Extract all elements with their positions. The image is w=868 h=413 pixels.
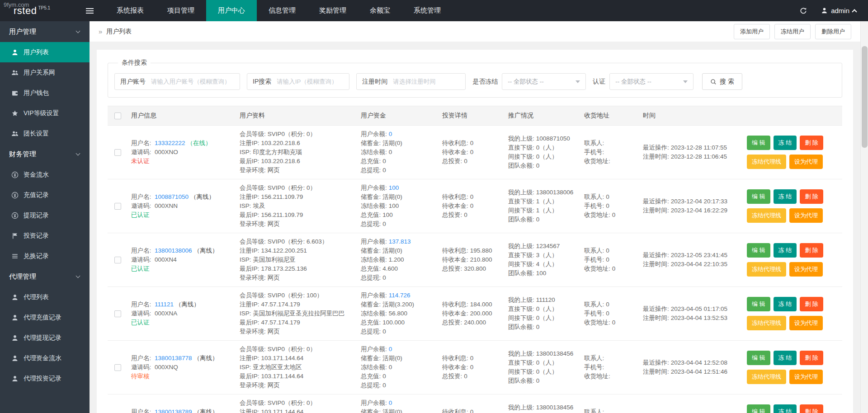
sidebar-item-1-0[interactable]: 资金流水	[0, 164, 90, 185]
sidebar-item-0-4[interactable]: 团长设置	[0, 123, 90, 144]
delete-user-button[interactable]: 删除用户	[815, 24, 851, 39]
sidebar-item-2-0[interactable]: 代理列表	[0, 287, 90, 307]
set-agent-button[interactable]: 设为代理	[789, 208, 823, 223]
admin-menu[interactable]: admin	[821, 7, 856, 14]
delete-button[interactable]: 删 除	[800, 189, 823, 204]
admin-username: admin	[831, 7, 849, 14]
topnav-item-3[interactable]: 信息管理	[257, 0, 307, 21]
amount-link[interactable]: 137.813	[389, 238, 411, 245]
edit-button[interactable]: 编 辑	[747, 351, 770, 365]
sidebar-item-0-3[interactable]: VIP等级设置	[0, 103, 90, 123]
amount-link[interactable]: 0	[389, 399, 392, 406]
topnav-item-1[interactable]: 项目管理	[156, 0, 206, 21]
freeze-agent-line-button[interactable]: 冻结代理线	[747, 316, 786, 330]
sidebar-item-1-1[interactable]: 充值记录	[0, 185, 90, 205]
edit-button[interactable]: 编 辑	[747, 136, 770, 150]
edit-button[interactable]: 编 辑	[747, 189, 770, 204]
add-user-button[interactable]: 添加用户	[734, 24, 770, 39]
field-label: 会员等级:	[240, 399, 266, 406]
sidebar-item-1-2[interactable]: 提现记录	[0, 205, 90, 225]
freeze-button[interactable]: 冻 结	[774, 297, 797, 311]
row-checkbox[interactable]	[114, 149, 121, 156]
delete-button[interactable]: 删 除	[800, 351, 823, 365]
row-checkbox[interactable]	[114, 203, 121, 210]
freeze-user-button[interactable]: 冻结用户	[774, 24, 811, 39]
freeze-status-select[interactable]: -- 全部状态 --	[502, 73, 586, 90]
freeze-button[interactable]: 冻 结	[774, 243, 797, 258]
set-agent-button[interactable]: 设为代理	[789, 155, 823, 169]
set-agent-button[interactable]: 设为代理	[789, 262, 823, 277]
freeze-button[interactable]: 冻 结	[774, 351, 797, 365]
field-value: 103.220.218.6	[261, 140, 300, 146]
select-all-checkbox[interactable]	[114, 113, 121, 119]
sidebar-item-0-2[interactable]: 用户钱包	[0, 83, 90, 103]
delete-button[interactable]: 删 除	[800, 297, 823, 311]
field-value: 埃及	[253, 202, 265, 209]
search-button[interactable]: 搜 索	[702, 73, 742, 90]
sidebar-group-2[interactable]: 代理管理	[0, 266, 90, 287]
sidebar-item-2-3[interactable]: 代理资金流水	[0, 348, 90, 368]
funds-line: 储蓄金:活期(3.200)	[361, 300, 435, 309]
amount-link[interactable]: 0	[389, 346, 392, 352]
topnav-item-2[interactable]: 用户中心	[206, 0, 257, 21]
topnav-item-5[interactable]: 余额宝	[358, 0, 402, 21]
sidebar-item-2-4[interactable]: 代理投资记录	[0, 368, 90, 389]
row-checkbox[interactable]	[114, 364, 121, 371]
regtime-input[interactable]	[393, 74, 465, 89]
row-checkbox[interactable]	[114, 257, 121, 263]
row-checkbox[interactable]	[114, 310, 121, 317]
promo-line: 我的上级:13800138006	[508, 188, 577, 197]
amount-link[interactable]: 0	[389, 131, 392, 137]
field-label: 注册时间:	[643, 207, 669, 214]
field-value: 2023-04-04 12:51:46	[671, 368, 727, 375]
amount-link[interactable]: 114.726	[389, 292, 410, 299]
delete-button[interactable]: 删 除	[800, 136, 823, 150]
freeze-button[interactable]: 冻 结	[774, 189, 797, 204]
sidebar-item-1-3[interactable]: 投资记录	[0, 225, 90, 246]
sidebar-item-2-2[interactable]: 代理提现记录	[0, 328, 90, 348]
topnav-item-0[interactable]: 系统报表	[105, 0, 156, 21]
sidebar-item-2-1[interactable]: 代理充值记录	[0, 307, 90, 328]
scrollbar-thumb[interactable]	[862, 46, 868, 148]
user-icon	[11, 314, 19, 321]
freeze-agent-line-button[interactable]: 冻结代理线	[747, 262, 786, 277]
user-icon	[11, 49, 19, 56]
username-link[interactable]: 1008871050	[155, 193, 189, 200]
topnav-item-4[interactable]: 奖励管理	[307, 0, 358, 21]
ip-input[interactable]	[277, 74, 349, 89]
freeze-agent-line-button[interactable]: 冻结代理线	[747, 208, 786, 223]
sidebar-item-0-1[interactable]: 用户关系网	[0, 62, 90, 83]
field-value: 0	[382, 274, 386, 281]
field-label: 总投资:	[442, 211, 462, 218]
amount-link[interactable]: 100	[389, 184, 399, 191]
refresh-icon[interactable]	[799, 7, 807, 15]
username-link[interactable]: 13800138789	[155, 408, 192, 413]
field-label: 总提现:	[361, 328, 381, 335]
hamburger-icon[interactable]	[78, 0, 101, 21]
auth-status-select[interactable]: -- 全部状态 --	[609, 73, 693, 90]
sidebar-group-1[interactable]: 财务管理	[0, 144, 90, 164]
username-link[interactable]: 13800138778	[155, 355, 192, 361]
set-agent-button[interactable]: 设为代理	[789, 370, 823, 384]
edit-button[interactable]: 编 辑	[747, 243, 770, 258]
username-link[interactable]: 111121	[155, 301, 174, 308]
field-label: 团队余额:	[508, 377, 534, 384]
account-input[interactable]	[151, 74, 240, 89]
delete-button[interactable]: 删 除	[800, 404, 823, 413]
freeze-agent-line-button[interactable]: 冻结代理线	[747, 155, 786, 169]
edit-button[interactable]: 编 辑	[747, 297, 770, 311]
topnav-item-6[interactable]: 系统管理	[402, 0, 453, 21]
sidebar-item-1-4[interactable]: 兑换记录	[0, 246, 90, 266]
set-agent-button[interactable]: 设为代理	[789, 316, 823, 330]
sidebar-group-0[interactable]: 用户管理	[0, 21, 90, 42]
freeze-button[interactable]: 冻 结	[774, 136, 797, 150]
username-link[interactable]: 133322222	[155, 140, 185, 146]
edit-button[interactable]: 编 辑	[747, 404, 770, 413]
freeze-agent-line-button[interactable]: 冻结代理线	[747, 370, 786, 384]
delete-button[interactable]: 删 除	[800, 243, 823, 258]
username-link[interactable]: 13800138006	[155, 247, 192, 254]
profile-line: 注册IP:103.171.144.64	[240, 408, 354, 413]
freeze-button[interactable]: 冻 结	[774, 404, 797, 413]
page-scrollbar[interactable]	[860, 21, 868, 413]
sidebar-item-0-0[interactable]: 用户列表	[0, 42, 90, 62]
